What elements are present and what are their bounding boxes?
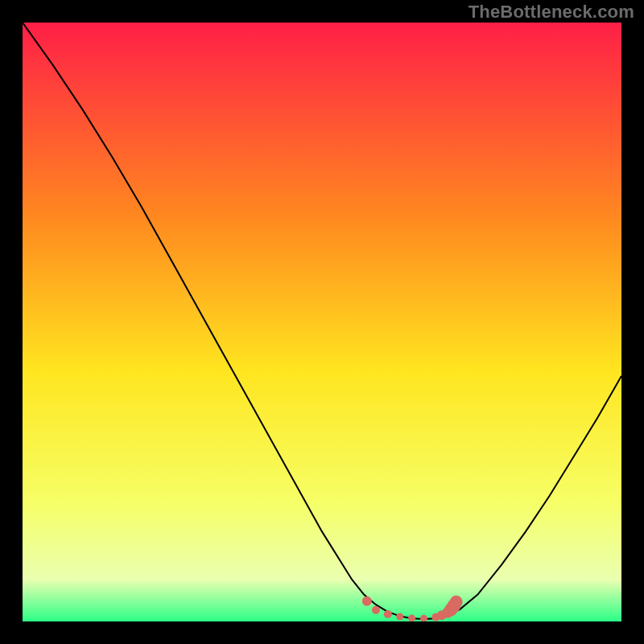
chart-svg [23,23,621,621]
watermark-text: TheBottleneck.com [469,2,634,23]
marker-dot [450,596,463,609]
chart-frame: TheBottleneck.com [0,0,644,644]
marker-dot [408,614,415,621]
marker-dot [396,613,403,621]
marker-dot [362,597,372,606]
marker-dot [372,606,380,614]
plot-area [23,23,621,621]
marker-dot [384,610,392,618]
